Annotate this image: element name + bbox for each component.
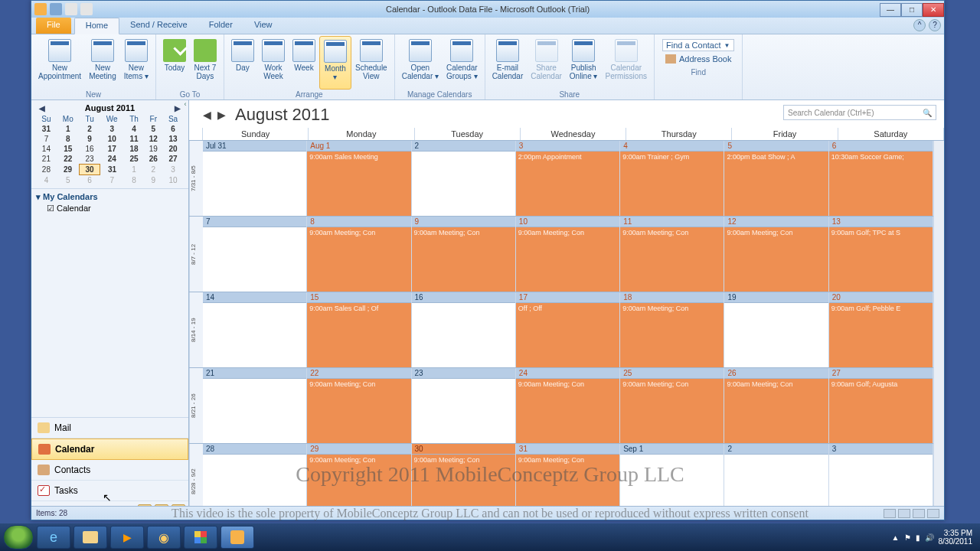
start-button[interactable] [3, 525, 34, 549]
nav-tasks[interactable]: Tasks [31, 481, 188, 501]
tab-view[interactable]: View [243, 18, 283, 34]
calendar-cell[interactable]: 52:00pm Boat Show ; A [724, 141, 828, 216]
calendar-cell[interactable]: 610:30am Soccer Game; [829, 141, 933, 216]
search-calendar-input[interactable]: Search Calendar (Ctrl+E)🔍 [783, 105, 936, 120]
qat-undo-icon[interactable] [65, 3, 77, 15]
week-button[interactable]: Week [289, 36, 319, 90]
tab-file[interactable]: File [36, 18, 71, 34]
taskbar-browser[interactable]: ◉ [147, 526, 181, 549]
calendar-cell[interactable]: 269:00am Meeting; Con [724, 368, 828, 443]
mini-calendar[interactable]: ◀August 2011▶ SuMoTuWeThFrSa311234567891… [31, 100, 188, 188]
today-button[interactable]: Today [159, 36, 190, 90]
nav-contacts[interactable]: Contacts [31, 460, 188, 481]
next-period-icon[interactable]: ▶ [214, 109, 229, 121]
nav-calendar[interactable]: Calendar [31, 439, 188, 460]
group-share-label: Share [488, 90, 651, 99]
calendar-cell[interactable]: 89:00am Meeting; Con [307, 217, 411, 292]
search-icon[interactable]: 🔍 [923, 109, 932, 117]
scrollbar[interactable] [933, 141, 944, 520]
calendar-cell[interactable]: 229:00am Meeting; Con [307, 368, 411, 443]
new-appointment-button[interactable]: New Appointment [34, 36, 85, 90]
calendar-cell[interactable]: 109:00am Meeting; Con [516, 217, 620, 292]
taskbar-outlook[interactable] [220, 526, 254, 549]
tray-up-icon[interactable]: ▲ [892, 533, 900, 542]
tab-home[interactable]: Home [74, 18, 119, 34]
find-contact-input[interactable]: Find a Contact▼ [662, 39, 734, 51]
calendar-icon [38, 444, 51, 455]
calendar-cell[interactable]: 2 [412, 141, 516, 216]
mini-cal-title: August 2011 [85, 103, 135, 112]
tab-send-receive[interactable]: Send / Receive [119, 18, 198, 34]
calendar-cell[interactable]: Aug 19:00am Sales Meeting [307, 141, 411, 216]
qat[interactable] [31, 3, 93, 15]
new-items-button[interactable]: New Items ▾ [120, 36, 152, 90]
calendar-cell[interactable]: 21 [203, 368, 307, 443]
minimize-button[interactable]: — [880, 3, 901, 17]
calendar-cell[interactable]: 249:00am Meeting; Con [516, 368, 620, 443]
prev-month-icon[interactable]: ◀ [36, 104, 48, 112]
calendar-cell[interactable]: 32:00pm Appointment [516, 141, 620, 216]
publish-online-button[interactable]: Publish Online ▾ [566, 36, 602, 90]
taskbar-media[interactable]: ▶ [110, 526, 144, 549]
taskbar[interactable]: e ▶ ◉ ▲ ⚑ ▮ 🔊 3:35 PM8/30/2011 [0, 523, 980, 551]
day-button[interactable]: Day [227, 36, 258, 90]
tray-clock[interactable]: 3:35 PM8/30/2011 [939, 529, 973, 546]
maximize-button[interactable]: □ [901, 3, 923, 17]
calendar-groups-button[interactable]: Calendar Groups ▾ [443, 36, 482, 90]
calendar-icon [48, 39, 71, 62]
tab-folder[interactable]: Folder [198, 18, 243, 34]
address-book-button[interactable]: Address Book [662, 54, 734, 64]
workweek-button[interactable]: Work Week [258, 36, 289, 90]
prev-period-icon[interactable]: ◀ [200, 109, 214, 121]
my-calendars-header[interactable]: ▾ My Calendars [36, 192, 184, 202]
calendar-view: ◀ ▶ August 2011 Search Calendar (Ctrl+E)… [189, 100, 944, 520]
calendar-cell[interactable]: 23 [412, 368, 516, 443]
help-icon[interactable]: ? [929, 19, 941, 31]
qat-save-icon[interactable] [50, 3, 62, 15]
calendar-cell[interactable]: 159:00am Sales Call ; Of [307, 292, 411, 367]
ribbon: New Appointment New Meeting New Items ▾ … [31, 34, 944, 100]
share-calendar-button[interactable]: Share Calendar [527, 36, 566, 90]
month-button[interactable]: Month ▾ [319, 36, 351, 90]
calendar-cell[interactable]: 99:00am Meeting; Con [412, 217, 516, 292]
calendar-cell[interactable]: 19 [724, 292, 828, 367]
taskbar-explorer[interactable] [74, 526, 107, 549]
calendar-cell[interactable]: 17Off ; Off [516, 292, 620, 367]
new-meeting-button[interactable]: New Meeting [85, 36, 120, 90]
calendar-permissions-button[interactable]: Calendar Permissions [602, 36, 651, 90]
collapse-nav-icon[interactable]: ‹ [181, 100, 189, 108]
calendar-cell[interactable]: 119:00am Meeting; Con [620, 217, 724, 292]
open-calendar-button[interactable]: Open Calendar ▾ [398, 36, 443, 90]
calendar-item[interactable]: ☑ Calendar [36, 202, 184, 215]
calendar-cell[interactable]: 129:00am Meeting; Con [724, 217, 828, 292]
taskbar-app[interactable] [184, 526, 217, 549]
close-button[interactable]: ✕ [923, 3, 944, 17]
calendar-icon [91, 39, 114, 62]
calendar-cell[interactable]: 189:00am Meeting; Con [620, 292, 724, 367]
email-calendar-button[interactable]: E-mail Calendar [488, 36, 528, 90]
tray-vol-icon[interactable]: 🔊 [925, 533, 934, 542]
calendar-cell[interactable]: 259:00am Meeting; Con [620, 368, 724, 443]
calendar-title: August 2011 [235, 105, 330, 125]
month-grid[interactable]: 7/31 - 8/5Jul 31Aug 19:00am Sales Meetin… [189, 141, 933, 520]
tray-flag-icon[interactable]: ⚑ [904, 533, 911, 542]
calendar-cell[interactable]: 139:00am Golf; TPC at S [829, 217, 933, 292]
ribbon-min-icon[interactable]: ^ [913, 19, 926, 31]
taskbar-ie[interactable]: e [37, 526, 70, 549]
calendar-cell[interactable]: 14 [203, 292, 307, 367]
mini-cal-grid[interactable]: SuMoTuWeThFrSa31123456789101112131415161… [36, 114, 184, 185]
nav-mail[interactable]: Mail [31, 418, 188, 439]
group-find-label: Find [658, 67, 739, 77]
calendar-cell[interactable]: 49:00am Trainer ; Gym [620, 141, 724, 216]
calendar-cell[interactable]: Jul 31 [203, 141, 307, 216]
calendar-cell[interactable]: 279:00am Golf; Augusta [829, 368, 933, 443]
tray-net-icon[interactable]: ▮ [916, 533, 920, 542]
next7days-button[interactable]: Next 7 Days [190, 36, 220, 90]
calendar-cell[interactable]: 7 [203, 217, 307, 292]
view-switcher[interactable] [884, 509, 939, 518]
qat-btn[interactable] [80, 3, 93, 15]
system-tray[interactable]: ▲ ⚑ ▮ 🔊 3:35 PM8/30/2011 [892, 529, 977, 546]
schedule-view-button[interactable]: Schedule View [351, 36, 391, 90]
calendar-cell[interactable]: 209:00am Golf; Pebble E [829, 292, 933, 367]
calendar-cell[interactable]: 16 [412, 292, 516, 367]
